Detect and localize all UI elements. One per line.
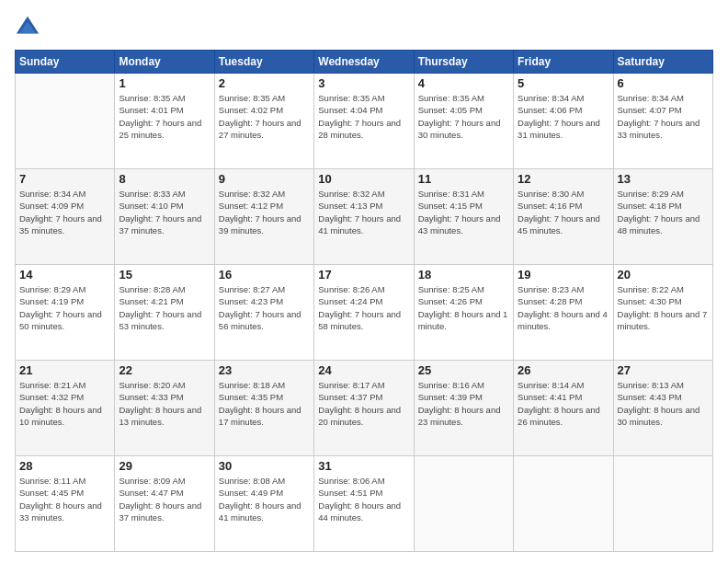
day-info: Sunrise: 8:11 AMSunset: 4:45 PMDaylight:…	[19, 475, 110, 523]
day-number: 25	[418, 363, 509, 377]
calendar-cell: 12Sunrise: 8:30 AMSunset: 4:16 PMDayligh…	[514, 169, 613, 265]
day-number: 19	[518, 268, 609, 282]
logo-icon	[15, 15, 40, 40]
day-info: Sunrise: 8:33 AMSunset: 4:10 PMDaylight:…	[119, 188, 210, 236]
calendar-cell	[16, 74, 115, 169]
calendar-cell: 3Sunrise: 8:35 AMSunset: 4:04 PMDaylight…	[314, 74, 414, 169]
calendar-cell: 17Sunrise: 8:26 AMSunset: 4:24 PMDayligh…	[314, 265, 414, 361]
calendar-cell	[514, 456, 613, 552]
day-info: Sunrise: 8:27 AMSunset: 4:23 PMDaylight:…	[219, 283, 310, 332]
day-info: Sunrise: 8:28 AMSunset: 4:21 PMDaylight:…	[119, 283, 210, 332]
calendar-cell: 2Sunrise: 8:35 AMSunset: 4:02 PMDaylight…	[214, 74, 313, 169]
calendar-cell: 20Sunrise: 8:22 AMSunset: 4:30 PMDayligh…	[613, 265, 712, 361]
day-info: Sunrise: 8:34 AMSunset: 4:07 PMDaylight:…	[618, 92, 709, 141]
calendar-cell: 29Sunrise: 8:09 AMSunset: 4:47 PMDayligh…	[115, 456, 214, 552]
calendar-cell: 31Sunrise: 8:06 AMSunset: 4:51 PMDayligh…	[314, 456, 414, 552]
day-info: Sunrise: 8:29 AMSunset: 4:19 PMDaylight:…	[19, 283, 110, 332]
day-info: Sunrise: 8:16 AMSunset: 4:39 PMDaylight:…	[418, 379, 509, 428]
day-info: Sunrise: 8:22 AMSunset: 4:30 PMDaylight:…	[618, 283, 709, 332]
day-info: Sunrise: 8:21 AMSunset: 4:32 PMDaylight:…	[19, 379, 110, 428]
day-info: Sunrise: 8:34 AMSunset: 4:06 PMDaylight:…	[518, 92, 609, 141]
calendar-cell	[414, 456, 513, 552]
calendar-cell: 21Sunrise: 8:21 AMSunset: 4:32 PMDayligh…	[16, 361, 115, 456]
day-info: Sunrise: 8:31 AMSunset: 4:15 PMDaylight:…	[418, 188, 509, 236]
day-info: Sunrise: 8:14 AMSunset: 4:41 PMDaylight:…	[518, 379, 609, 428]
calendar-cell: 25Sunrise: 8:16 AMSunset: 4:39 PMDayligh…	[414, 361, 513, 456]
calendar-cell: 1Sunrise: 8:35 AMSunset: 4:01 PMDaylight…	[115, 74, 214, 169]
day-info: Sunrise: 8:35 AMSunset: 4:02 PMDaylight:…	[219, 92, 310, 141]
calendar-cell: 16Sunrise: 8:27 AMSunset: 4:23 PMDayligh…	[214, 265, 313, 361]
logo	[15, 15, 42, 40]
day-info: Sunrise: 8:13 AMSunset: 4:43 PMDaylight:…	[618, 379, 709, 428]
page: SundayMondayTuesdayWednesdayThursdayFrid…	[0, 0, 728, 563]
header	[15, 15, 713, 40]
day-number: 22	[119, 363, 210, 377]
day-number: 23	[219, 363, 310, 377]
calendar-cell: 23Sunrise: 8:18 AMSunset: 4:35 PMDayligh…	[214, 361, 313, 456]
calendar-header-thursday: Thursday	[414, 51, 513, 74]
day-info: Sunrise: 8:35 AMSunset: 4:04 PMDaylight:…	[318, 92, 409, 141]
calendar-cell: 27Sunrise: 8:13 AMSunset: 4:43 PMDayligh…	[613, 361, 712, 456]
calendar-header-wednesday: Wednesday	[314, 51, 414, 74]
day-info: Sunrise: 8:35 AMSunset: 4:05 PMDaylight:…	[418, 92, 509, 141]
day-info: Sunrise: 8:32 AMSunset: 4:13 PMDaylight:…	[318, 188, 409, 236]
day-info: Sunrise: 8:32 AMSunset: 4:12 PMDaylight:…	[219, 188, 310, 236]
day-info: Sunrise: 8:17 AMSunset: 4:37 PMDaylight:…	[318, 379, 409, 428]
day-info: Sunrise: 8:08 AMSunset: 4:49 PMDaylight:…	[219, 475, 310, 523]
calendar-cell: 11Sunrise: 8:31 AMSunset: 4:15 PMDayligh…	[414, 169, 513, 265]
calendar-cell: 28Sunrise: 8:11 AMSunset: 4:45 PMDayligh…	[16, 456, 115, 552]
day-info: Sunrise: 8:25 AMSunset: 4:26 PMDaylight:…	[418, 283, 509, 332]
day-number: 30	[219, 459, 310, 473]
calendar-cell: 13Sunrise: 8:29 AMSunset: 4:18 PMDayligh…	[613, 169, 712, 265]
day-number: 24	[318, 363, 409, 377]
day-number: 14	[19, 268, 110, 282]
day-number: 13	[618, 172, 709, 186]
day-number: 16	[219, 268, 310, 282]
calendar-header-tuesday: Tuesday	[214, 51, 313, 74]
day-number: 28	[19, 459, 110, 473]
day-number: 8	[119, 172, 210, 186]
calendar-cell: 30Sunrise: 8:08 AMSunset: 4:49 PMDayligh…	[214, 456, 313, 552]
day-number: 20	[618, 268, 709, 282]
day-info: Sunrise: 8:35 AMSunset: 4:01 PMDaylight:…	[119, 92, 210, 141]
day-info: Sunrise: 8:09 AMSunset: 4:47 PMDaylight:…	[119, 475, 210, 523]
day-info: Sunrise: 8:18 AMSunset: 4:35 PMDaylight:…	[219, 379, 310, 428]
day-number: 26	[518, 363, 609, 377]
day-info: Sunrise: 8:06 AMSunset: 4:51 PMDaylight:…	[318, 475, 409, 523]
calendar-cell: 10Sunrise: 8:32 AMSunset: 4:13 PMDayligh…	[314, 169, 414, 265]
day-number: 18	[418, 268, 509, 282]
calendar-week-4: 21Sunrise: 8:21 AMSunset: 4:32 PMDayligh…	[16, 361, 713, 456]
day-info: Sunrise: 8:34 AMSunset: 4:09 PMDaylight:…	[19, 188, 110, 236]
day-info: Sunrise: 8:26 AMSunset: 4:24 PMDaylight:…	[318, 283, 409, 332]
day-number: 9	[219, 172, 310, 186]
calendar-header-monday: Monday	[115, 51, 214, 74]
calendar-cell: 18Sunrise: 8:25 AMSunset: 4:26 PMDayligh…	[414, 265, 513, 361]
day-number: 29	[119, 459, 210, 473]
day-number: 1	[119, 76, 210, 90]
day-number: 15	[119, 268, 210, 282]
day-info: Sunrise: 8:20 AMSunset: 4:33 PMDaylight:…	[119, 379, 210, 428]
calendar-cell: 14Sunrise: 8:29 AMSunset: 4:19 PMDayligh…	[16, 265, 115, 361]
calendar-week-2: 7Sunrise: 8:34 AMSunset: 4:09 PMDaylight…	[16, 169, 713, 265]
calendar-cell: 26Sunrise: 8:14 AMSunset: 4:41 PMDayligh…	[514, 361, 613, 456]
calendar-cell: 15Sunrise: 8:28 AMSunset: 4:21 PMDayligh…	[115, 265, 214, 361]
day-info: Sunrise: 8:30 AMSunset: 4:16 PMDaylight:…	[518, 188, 609, 236]
calendar-header-saturday: Saturday	[613, 51, 712, 74]
day-number: 12	[518, 172, 609, 186]
calendar-cell: 4Sunrise: 8:35 AMSunset: 4:05 PMDaylight…	[414, 74, 513, 169]
calendar-header-row: SundayMondayTuesdayWednesdayThursdayFrid…	[16, 51, 713, 74]
day-number: 7	[19, 172, 110, 186]
day-info: Sunrise: 8:23 AMSunset: 4:28 PMDaylight:…	[518, 283, 609, 332]
calendar-header-friday: Friday	[514, 51, 613, 74]
calendar-week-3: 14Sunrise: 8:29 AMSunset: 4:19 PMDayligh…	[16, 265, 713, 361]
calendar-cell: 22Sunrise: 8:20 AMSunset: 4:33 PMDayligh…	[115, 361, 214, 456]
day-number: 17	[318, 268, 409, 282]
calendar-cell: 6Sunrise: 8:34 AMSunset: 4:07 PMDaylight…	[613, 74, 712, 169]
day-number: 27	[618, 363, 709, 377]
calendar-cell: 7Sunrise: 8:34 AMSunset: 4:09 PMDaylight…	[16, 169, 115, 265]
calendar-cell: 24Sunrise: 8:17 AMSunset: 4:37 PMDayligh…	[314, 361, 414, 456]
day-number: 10	[318, 172, 409, 186]
day-number: 4	[418, 76, 509, 90]
calendar-week-5: 28Sunrise: 8:11 AMSunset: 4:45 PMDayligh…	[16, 456, 713, 552]
day-info: Sunrise: 8:29 AMSunset: 4:18 PMDaylight:…	[618, 188, 709, 236]
